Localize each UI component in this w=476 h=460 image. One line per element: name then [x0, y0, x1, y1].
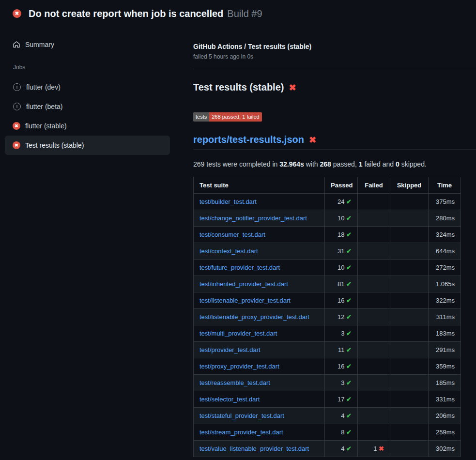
- suite-cell: test/selector_test.dart: [194, 391, 325, 408]
- header-failed: Failed: [358, 177, 390, 194]
- failed-cell: [358, 358, 390, 375]
- report-file-link[interactable]: reports/test-results.json: [193, 134, 304, 145]
- time-cell: 324ms: [429, 227, 461, 243]
- summary-text: 269 tests were completed in 32.964s with…: [193, 160, 476, 168]
- skipped-cell: [390, 243, 429, 260]
- suite-link[interactable]: test/builder_test.dart: [200, 198, 257, 205]
- sidebar: Summary Jobs ! flutter (dev) ! flutter (…: [0, 27, 193, 155]
- suite-link[interactable]: test/value_listenable_provider_test.dart: [200, 445, 309, 452]
- time-cell: 331ms: [429, 391, 461, 408]
- table-row: test/multi_provider_test.dart3 ✔183ms: [194, 325, 461, 342]
- suite-link[interactable]: test/change_notifier_provider_test.dart: [200, 215, 307, 222]
- failed-cell: [358, 194, 390, 210]
- header-test-suite: Test suite: [194, 177, 325, 194]
- check-icon: ✔: [346, 412, 352, 419]
- table-row: test/stateful_provider_test.dart4 ✔206ms: [194, 408, 461, 424]
- x-circle-icon: ✖: [13, 9, 21, 18]
- neutral-status-icon: !: [13, 83, 21, 91]
- suite-cell: test/listenable_proxy_provider_test.dart: [194, 309, 325, 325]
- sidebar-item-flutter-dev[interactable]: ! flutter (dev): [5, 77, 170, 97]
- table-row: test/value_listenable_provider_test.dart…: [194, 441, 461, 457]
- passed-cell: 10 ✔: [325, 210, 358, 227]
- time-cell: 322ms: [429, 292, 461, 309]
- passed-cell: 3 ✔: [325, 325, 358, 342]
- table-row: test/proxy_provider_test.dart16 ✔359ms: [194, 358, 461, 375]
- check-icon: ✔: [346, 379, 352, 386]
- header-time: Time: [429, 177, 461, 194]
- suite-link[interactable]: test/multi_provider_test.dart: [200, 330, 277, 337]
- suite-link[interactable]: test/provider_test.dart: [200, 346, 261, 353]
- suite-link[interactable]: test/proxy_provider_test.dart: [200, 363, 279, 370]
- skipped-cell: [390, 358, 429, 375]
- suite-link[interactable]: test/listenable_provider_test.dart: [200, 297, 291, 304]
- header-passed: Passed: [325, 177, 358, 194]
- skipped-cell: [390, 408, 429, 424]
- passed-cell: 16 ✔: [325, 358, 358, 375]
- check-icon: ✔: [346, 215, 352, 222]
- suite-link[interactable]: test/inherited_provider_test.dart: [200, 280, 288, 288]
- table-row: test/listenable_proxy_provider_test.dart…: [194, 309, 461, 325]
- table-row: test/context_test.dart31 ✔644ms: [194, 243, 461, 260]
- suite-link[interactable]: test/listenable_proxy_provider_test.dart: [200, 313, 309, 321]
- x-circle-icon: ✖: [13, 122, 20, 130]
- suite-cell: test/value_listenable_provider_test.dart: [194, 441, 325, 457]
- sidebar-item-label: flutter (stable): [25, 122, 67, 130]
- x-icon: ✖: [309, 136, 316, 144]
- check-icon: ✔: [346, 231, 352, 238]
- passed-cell: 17 ✔: [325, 391, 358, 408]
- skipped-cell: [390, 227, 429, 243]
- table-row: test/builder_test.dart24 ✔375ms: [194, 194, 461, 210]
- passed-cell: 31 ✔: [325, 243, 358, 260]
- passed-cell: 4 ✔: [325, 441, 358, 457]
- table-row: test/future_provider_test.dart10 ✔272ms: [194, 260, 461, 276]
- failed-cell: [358, 309, 390, 325]
- skipped-cell: [390, 424, 429, 441]
- failed-cell: [358, 227, 390, 243]
- time-cell: 359ms: [429, 358, 461, 375]
- passed-cell: 3 ✔: [325, 375, 358, 391]
- suite-link[interactable]: test/consumer_test.dart: [200, 231, 265, 238]
- suite-link[interactable]: test/selector_test.dart: [200, 396, 260, 403]
- passed-cell: 16 ✔: [325, 292, 358, 309]
- table-row: test/listenable_provider_test.dart16 ✔32…: [194, 292, 461, 309]
- table-row: test/reassemble_test.dart3 ✔185ms: [194, 375, 461, 391]
- skipped-cell: [390, 375, 429, 391]
- suite-cell: test/consumer_test.dart: [194, 227, 325, 243]
- sidebar-item-label: Summary: [25, 41, 54, 48]
- sidebar-item-label: Test results (stable): [25, 141, 84, 149]
- suite-link[interactable]: test/stateful_provider_test.dart: [200, 412, 284, 419]
- skipped-cell: [390, 292, 429, 309]
- badge-label: tests: [193, 112, 209, 122]
- passed-cell: 12 ✔: [325, 309, 358, 325]
- failed-cell: 1 ✖: [358, 441, 390, 457]
- failed-cell: [358, 210, 390, 227]
- check-icon: ✔: [346, 280, 352, 288]
- suite-link[interactable]: test/future_provider_test.dart: [200, 264, 280, 271]
- main-content: GitHub Actions / Test results (stable) f…: [193, 27, 476, 457]
- check-icon: ✔: [346, 247, 352, 255]
- time-cell: 1.065s: [429, 276, 461, 292]
- suite-cell: test/provider_test.dart: [194, 342, 325, 358]
- sidebar-item-test-results-stable[interactable]: ✖ Test results (stable): [5, 136, 170, 155]
- suite-cell: test/builder_test.dart: [194, 194, 325, 210]
- sidebar-item-flutter-stable[interactable]: ✖ flutter (stable): [5, 116, 170, 136]
- suite-link[interactable]: test/reassemble_test.dart: [200, 379, 270, 386]
- check-icon: ✔: [346, 297, 352, 304]
- sidebar-item-flutter-beta[interactable]: ! flutter (beta): [5, 97, 170, 116]
- section-title-text: Test results (stable): [193, 82, 284, 93]
- home-icon: [13, 41, 20, 48]
- suite-cell: test/listenable_provider_test.dart: [194, 292, 325, 309]
- suite-link[interactable]: test/stream_provider_test.dart: [200, 429, 283, 436]
- time-cell: 311ms: [429, 309, 461, 325]
- time-cell: 644ms: [429, 243, 461, 260]
- tests-status-badge: tests 268 passed, 1 failed: [193, 112, 262, 122]
- sidebar-item-summary[interactable]: Summary: [5, 35, 170, 54]
- table-row: test/consumer_test.dart18 ✔324ms: [194, 227, 461, 243]
- check-icon: ✔: [346, 264, 352, 271]
- skipped-cell: [390, 342, 429, 358]
- report-heading: reports/test-results.json ✖: [193, 134, 476, 150]
- time-cell: 185ms: [429, 375, 461, 391]
- time-cell: 183ms: [429, 325, 461, 342]
- suite-link[interactable]: test/context_test.dart: [200, 247, 258, 255]
- time-cell: 259ms: [429, 424, 461, 441]
